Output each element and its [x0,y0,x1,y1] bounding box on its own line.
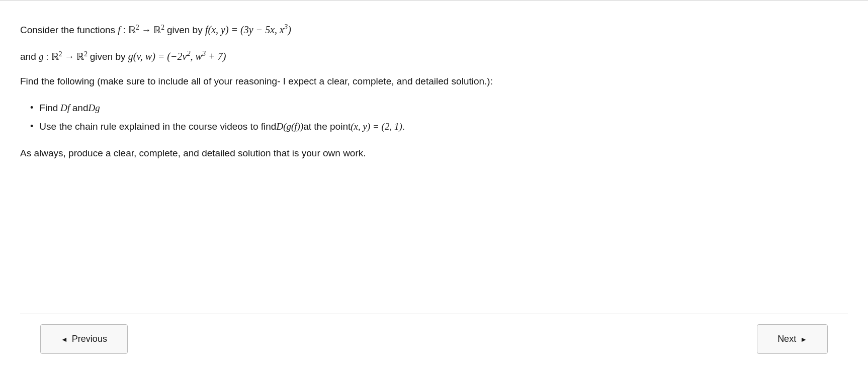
bullet-2-text: Use the chain rule explained in the cour… [39,119,276,135]
bullet-1-and: and [72,100,89,116]
next-arrow-icon: ► [800,335,807,343]
instruction-text: Find the following (make sure to include… [20,74,848,89]
previous-label: Previous [72,334,107,344]
g-definition-line: and g : ℝ2 → ℝ2 given by g(v, w) = (−2v2… [20,47,848,65]
previous-button[interactable]: ◄ Previous [40,324,128,354]
closing-text: As always, produce a clear, complete, an… [20,146,848,161]
consider-text: Consider the functions [20,25,118,35]
next-button[interactable]: Next ► [757,324,828,354]
bullet-1-math2: Dg [89,100,100,116]
f-definition-line: Consider the functions f : ℝ2 → ℝ2 given… [20,21,848,38]
task-list: Find Df and Dg Use the chain rule explai… [30,100,848,135]
page-container: Consider the functions f : ℝ2 → ℝ2 given… [0,0,868,374]
bullet-2-period: . [402,119,405,135]
bullet-2-point: (x, y) = (2, 1) [351,119,402,135]
previous-arrow-icon: ◄ [61,335,68,343]
task-item-1: Find Df and Dg [30,100,848,116]
navigation-bar: ◄ Previous Next ► [20,314,848,364]
and-text: and [20,51,39,62]
f-domain-expression: f : ℝ2 → ℝ2 given by f(x, y) = (3y − 5x,… [118,25,291,35]
task-item-2: Use the chain rule explained in the cour… [30,119,848,135]
bullet-2-text2: at the point [303,119,351,135]
next-label: Next [777,334,796,344]
bullet-2-math: D(g(f)) [276,119,303,135]
g-domain-expression: g : ℝ2 → ℝ2 given by g(v, w) = (−2v2, w3… [39,51,226,62]
bullet-1-prefix: Find [39,100,58,116]
content-area: Consider the functions f : ℝ2 → ℝ2 given… [20,21,848,314]
bullet-1-math: Df [58,100,72,116]
